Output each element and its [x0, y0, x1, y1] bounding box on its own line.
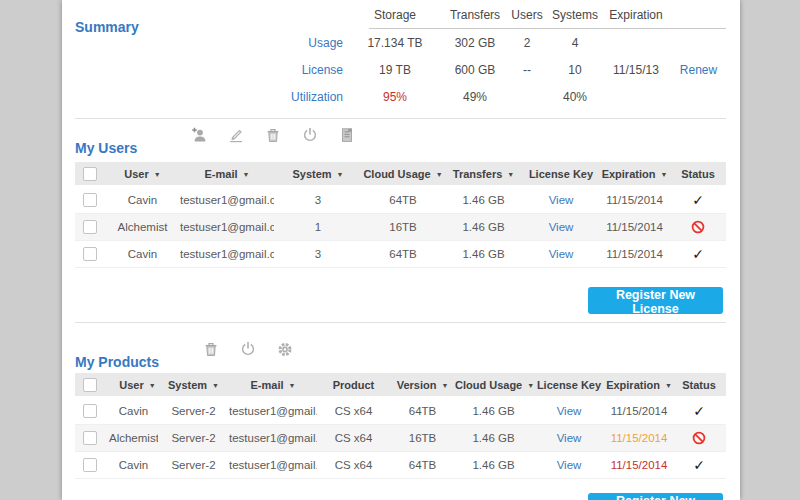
users-col-system[interactable]: System▼	[274, 162, 362, 186]
cell-expiration: 11/15/2014	[606, 397, 672, 425]
cell-system: Server-2	[158, 397, 229, 425]
products-col-cloud-usage[interactable]: Cloud Usage▼	[455, 373, 532, 397]
table-row: Cavin Server-2 testuser1@gmail.com CS x6…	[75, 397, 726, 425]
section-title-my-products: My Products	[75, 354, 159, 370]
row-checkbox[interactable]	[83, 193, 97, 207]
products-col-email[interactable]: E-mail▼	[229, 373, 317, 397]
cell-user: Cavin	[105, 186, 180, 214]
cell-cloud-usage: 1.46 GB	[455, 452, 532, 479]
table-row: Alchemist Server-2 testuser1@gmail.com C…	[75, 425, 726, 452]
table-row: Alchemist testuser1@gmail.com 1 16TB 1.4…	[75, 214, 726, 241]
row-checkbox[interactable]	[83, 431, 97, 445]
users-header-row: User▼ E-mail▼ System▼ Cloud Usage▼ Trans…	[75, 162, 726, 186]
utilization-label-link[interactable]: Utilization	[291, 90, 343, 104]
sort-arrow-icon: ▼	[660, 171, 667, 178]
summary-header-divider	[369, 28, 726, 29]
cell-transfers: 1.46 GB	[444, 241, 523, 268]
summary-row-usage: Usage 17.134 TB 302 GB 2 4	[75, 29, 726, 56]
users-col-user[interactable]: User▼	[105, 162, 180, 186]
users-col-status: Status	[670, 162, 726, 186]
usage-systems: 4	[549, 36, 601, 50]
sort-arrow-icon: ▼	[527, 382, 534, 389]
select-all-checkbox[interactable]	[83, 378, 97, 392]
edit-icon[interactable]	[228, 127, 244, 143]
status-blocked-icon	[691, 220, 705, 232]
gear-icon[interactable]	[277, 341, 293, 357]
cell-user: Cavin	[105, 241, 180, 268]
delete-icon[interactable]	[203, 341, 219, 357]
products-col-product: Product	[317, 373, 390, 397]
status-blocked-icon	[692, 431, 706, 443]
products-col-license-key: License Key	[532, 373, 606, 397]
cell-product: CS x64	[317, 397, 390, 425]
users-col-cloud-usage[interactable]: Cloud Usage▼	[362, 162, 444, 186]
sort-arrow-icon: ▼	[212, 382, 219, 389]
users-col-expiration[interactable]: Expiration▼	[599, 162, 670, 186]
view-license-link[interactable]: View	[549, 221, 574, 233]
products-select-all[interactable]	[75, 373, 105, 397]
summary-row-license: License 19 TB 600 GB -- 10 11/15/13 Rene…	[75, 56, 726, 83]
register-new-license-button-bottom[interactable]: Register New License	[588, 493, 723, 500]
cell-email: testuser1@gmail.com	[229, 452, 317, 479]
users-select-all[interactable]	[75, 162, 105, 186]
register-new-license-button[interactable]: Register New License	[588, 287, 723, 314]
cell-user: Cavin	[105, 452, 158, 479]
cell-cloud-usage: 16TB	[362, 214, 444, 241]
sort-arrow-icon: ▼	[243, 171, 250, 178]
section-divider	[75, 322, 726, 323]
view-license-link[interactable]: View	[557, 459, 582, 471]
products-col-expiration[interactable]: Expiration▼	[606, 373, 672, 397]
sort-arrow-icon: ▼	[149, 382, 156, 389]
utilization-storage: 95%	[345, 90, 445, 104]
cell-system: Server-2	[158, 452, 229, 479]
delete-icon[interactable]	[265, 127, 281, 143]
cell-version: 16TB	[390, 425, 455, 452]
view-license-link[interactable]: View	[549, 194, 574, 206]
sort-arrow-icon: ▼	[154, 171, 161, 178]
summary-col-users: Users	[505, 8, 549, 22]
license-users: --	[505, 63, 549, 77]
view-license-link[interactable]: View	[549, 248, 574, 260]
license-transfers: 600 GB	[445, 63, 505, 77]
utilization-transfers: 49%	[445, 90, 505, 104]
users-col-transfers[interactable]: Transfers▼	[444, 162, 523, 186]
renew-link[interactable]: Renew	[680, 63, 717, 77]
products-col-version[interactable]: Version▼	[390, 373, 455, 397]
products-table: User▼ System▼ E-mail▼ Product Version▼ C…	[75, 373, 726, 479]
users-col-email[interactable]: E-mail▼	[180, 162, 274, 186]
usage-users: 2	[505, 36, 549, 50]
add-user-icon[interactable]	[191, 127, 207, 143]
select-all-checkbox[interactable]	[83, 167, 97, 181]
summary-table: Storage Transfers Users Systems Expirati…	[75, 0, 726, 110]
summary-header-row: Storage Transfers Users Systems Expirati…	[75, 0, 726, 29]
row-checkbox[interactable]	[83, 404, 97, 418]
row-checkbox[interactable]	[83, 220, 97, 234]
view-license-link[interactable]: View	[557, 405, 582, 417]
sort-arrow-icon: ▼	[507, 171, 514, 178]
products-col-user[interactable]: User▼	[105, 373, 158, 397]
cell-email: testuser1@gmail.com	[180, 241, 274, 268]
cell-version: 64TB	[390, 397, 455, 425]
power-icon[interactable]	[302, 127, 318, 143]
cell-user: Cavin	[105, 397, 158, 425]
status-active-icon: ✓	[692, 246, 704, 262]
sort-arrow-icon: ▼	[337, 171, 344, 178]
cell-email: testuser1@gmail.com	[180, 214, 274, 241]
cell-expiration: 11/15/2014	[599, 214, 670, 241]
table-row: Cavin testuser1@gmail.com 3 64TB 1.46 GB…	[75, 241, 726, 268]
license-label-link[interactable]: License	[302, 63, 343, 77]
cell-cloud-usage: 1.46 GB	[455, 425, 532, 452]
power-icon[interactable]	[240, 341, 256, 357]
summary-col-transfers: Transfers	[445, 8, 505, 22]
sort-arrow-icon: ▼	[289, 382, 296, 389]
cell-expiration: 11/15/2014	[599, 241, 670, 268]
view-license-link[interactable]: View	[557, 432, 582, 444]
row-checkbox[interactable]	[83, 458, 97, 472]
table-row: Cavin Server-2 testuser1@gmail.com CS x6…	[75, 452, 726, 479]
usage-label-link[interactable]: Usage	[308, 36, 343, 50]
products-col-system[interactable]: System▼	[158, 373, 229, 397]
row-checkbox[interactable]	[83, 247, 97, 261]
cell-expiration-warning: 11/15/2014	[606, 425, 672, 452]
cell-product: CS x64	[317, 452, 390, 479]
report-icon[interactable]	[339, 127, 355, 143]
